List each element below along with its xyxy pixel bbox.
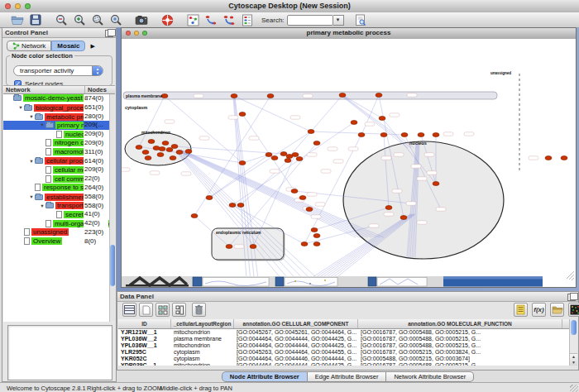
tree-row[interactable]: multi-organism pro42(0): [3, 219, 115, 228]
graph-node[interactable]: [191, 214, 198, 218]
advanced-search-button[interactable]: [352, 13, 369, 27]
vizmapper-button[interactable]: [239, 13, 256, 27]
graph-node[interactable]: [308, 130, 314, 134]
graph-node[interactable]: [306, 208, 313, 212]
tree-column-nodes[interactable]: Nodes: [85, 86, 107, 93]
graph-node[interactable]: [170, 156, 176, 160]
zoom-fit-button[interactable]: [108, 13, 124, 27]
graph-node[interactable]: [545, 156, 552, 160]
graph-node[interactable]: [159, 147, 165, 151]
graph-node[interactable]: [313, 234, 320, 238]
graph-node[interactable]: [239, 161, 246, 165]
unselect-attributes-button[interactable]: [172, 303, 186, 317]
graph-node[interactable]: [433, 182, 439, 186]
table-row[interactable]: YDR039C__1mitochondrion[GO:0044464, GO:0…: [118, 362, 569, 366]
graph-node[interactable]: [266, 153, 272, 157]
scrollbar-arrows[interactable]: ▲▼: [570, 353, 577, 366]
tree-row[interactable]: ▼primary metabo209(...: [3, 121, 115, 130]
float-panel-icon[interactable]: [567, 294, 576, 301]
graph-node[interactable]: [239, 112, 246, 117]
tab-edge-attribute-browser[interactable]: Edge Attribute Browser: [308, 371, 387, 382]
graph-node[interactable]: [226, 245, 232, 249]
graph-node[interactable]: [231, 94, 237, 98]
tree-row[interactable]: ▼biological_process651(0): [3, 103, 115, 112]
tree-scrollbar-thumb[interactable]: [110, 245, 115, 286]
graph-node[interactable]: [162, 141, 169, 146]
attribute-list-button[interactable]: [514, 303, 528, 317]
graph-node[interactable]: [313, 141, 320, 146]
search-dropdown-button[interactable]: ▼: [333, 15, 344, 26]
window-resize-grip[interactable]: [570, 385, 578, 392]
graph-node[interactable]: [280, 152, 287, 156]
graph-node[interactable]: [136, 146, 142, 150]
graph-node[interactable]: [237, 203, 244, 208]
open-session-button[interactable]: [9, 13, 26, 27]
table-row[interactable]: YPL036W__1mitochondrion[GO:0044464, GO:0…: [118, 342, 569, 349]
graph-node[interactable]: [157, 153, 164, 157]
table-row[interactable]: YJR121W__1mitochondrion[GO:0045267, GO:0…: [118, 329, 569, 336]
expand-triangle-icon[interactable]: ▼: [28, 112, 35, 122]
tree-row[interactable]: ▼cellular process614(0): [3, 157, 115, 166]
tree-row[interactable]: cellular metabo209(0): [3, 165, 115, 174]
tree-row[interactable]: unassigned223(0): [3, 228, 115, 237]
table-row[interactable]: YLR295Ccytoplasm[GO:0045263, GO:0044464,…: [118, 349, 569, 356]
graph-edge[interactable]: [176, 151, 356, 237]
graph-node[interactable]: [376, 93, 382, 98]
tree-row[interactable]: ▼metabolic process280(0): [3, 112, 115, 122]
graph-node[interactable]: [385, 206, 392, 210]
table-row[interactable]: YKR052Ccytoplasm[GO:0044464, GO:0044446,…: [118, 356, 569, 362]
table-column-header[interactable]: annotation.GO MOLECULAR_FUNCTION: [358, 319, 562, 328]
table-scrollbar[interactable]: ▲▼: [569, 319, 577, 366]
apply-layout-alt-button[interactable]: [221, 13, 237, 27]
tree-row[interactable]: nucleobase-209(0): [3, 130, 115, 139]
select-attributes-button[interactable]: [156, 303, 170, 317]
matrix-button[interactable]: [568, 303, 579, 317]
graph-node[interactable]: [401, 133, 408, 137]
graph-node[interactable]: [351, 121, 357, 125]
graph-node[interactable]: [313, 242, 320, 246]
graph-node[interactable]: [418, 133, 424, 137]
expand-triangle-icon[interactable]: ▼: [39, 121, 45, 130]
tree-scrollbar[interactable]: [109, 94, 115, 322]
graph-node[interactable]: [145, 156, 151, 160]
network-view-button[interactable]: [184, 13, 201, 27]
tab-overflow-arrow[interactable]: ▶: [90, 43, 94, 50]
graph-node[interactable]: [267, 94, 274, 98]
delete-attribute-button[interactable]: [192, 303, 206, 317]
import-attributes-button[interactable]: [550, 303, 564, 317]
graph-edge[interactable]: [179, 151, 367, 237]
graph-edge[interactable]: [178, 151, 363, 237]
tab-mosaic[interactable]: Mosaic: [51, 41, 85, 51]
graph-node[interactable]: [271, 156, 278, 160]
function-builder-button[interactable]: f(x): [532, 303, 546, 317]
table-row[interactable]: YPL036W__2plasma membrane[GO:0044464, GO…: [118, 336, 569, 342]
graph-node[interactable]: [148, 140, 155, 144]
tab-network-attribute-browser[interactable]: Network Attribute Browser: [386, 371, 474, 382]
zoom-in-button[interactable]: [71, 13, 88, 27]
zoom-out-button[interactable]: [53, 13, 69, 27]
graph-node[interactable]: [291, 189, 298, 194]
graph-node[interactable]: [176, 151, 183, 155]
tree-row[interactable]: Overview8(0): [3, 237, 115, 246]
tree-row[interactable]: response to stimul264(0): [3, 184, 115, 193]
tree-row[interactable]: cell communicat22(0): [3, 174, 115, 184]
expand-triangle-icon[interactable]: ▼: [39, 202, 45, 211]
graph-node[interactable]: [433, 133, 439, 137]
resize-grip-icon[interactable]: [567, 271, 574, 280]
network-canvas[interactable]: plasma membranecytoplasmmitochondrionnuc…: [122, 39, 576, 287]
graph-node[interactable]: [229, 203, 236, 208]
birdseye-view[interactable]: [7, 325, 112, 380]
table-column-header[interactable]: annotation.GO CELLULAR_COMPONENT: [234, 319, 358, 328]
tree-row[interactable]: mosaic-demo-yeast874(0): [3, 94, 115, 103]
graph-node[interactable]: [142, 151, 149, 155]
graph-node[interactable]: [299, 196, 306, 200]
graph-node[interactable]: [379, 117, 385, 121]
save-session-button[interactable]: [27, 13, 44, 27]
help-button[interactable]: [159, 13, 175, 27]
graph-node[interactable]: [292, 153, 299, 157]
graph-node[interactable]: [561, 156, 567, 160]
attribute-table-button[interactable]: [122, 303, 136, 317]
expand-triangle-icon[interactable]: ▼: [28, 193, 35, 202]
expand-triangle-icon[interactable]: ▼: [17, 103, 24, 112]
apply-layout-button[interactable]: [203, 13, 219, 27]
